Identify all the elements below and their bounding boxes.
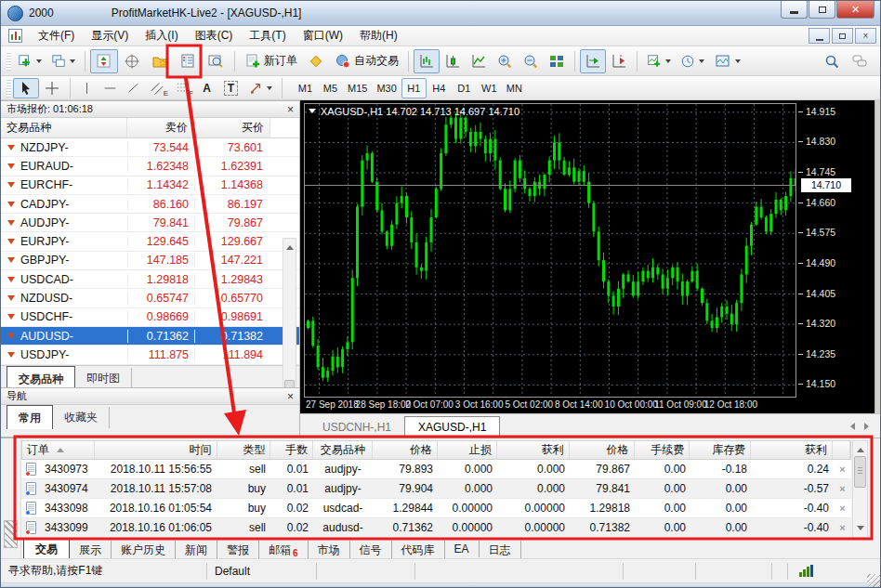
orders-column-9[interactable]: 手续费 bbox=[635, 441, 690, 459]
market-watch-row[interactable]: USDCHF-0.986690.98691 bbox=[1, 308, 299, 327]
timeframe-h4[interactable]: H4 bbox=[427, 78, 452, 98]
terminal-tab-5[interactable]: 邮箱6 bbox=[259, 541, 309, 560]
terminal-tab-3[interactable]: 新闻 bbox=[176, 541, 217, 560]
orders-column-0[interactable]: 订单 bbox=[22, 441, 95, 459]
auto-scroll-button[interactable] bbox=[580, 49, 606, 73]
terminal-tab-8[interactable]: 代码库 bbox=[392, 541, 445, 560]
market-watch-row[interactable]: EURJPY-129.645129.667 bbox=[1, 232, 299, 251]
tile-windows-button[interactable] bbox=[544, 49, 570, 73]
navigator-button[interactable] bbox=[146, 49, 174, 73]
market-watch-row[interactable]: USDCAD-1.298181.29843 bbox=[1, 270, 299, 289]
close-button[interactable]: ✕ bbox=[836, 1, 874, 19]
text-tool-button[interactable]: A bbox=[195, 78, 218, 98]
chart-price-scale[interactable]: 14.91514.83014.74514.66014.57514.49014.4… bbox=[798, 100, 874, 398]
scroll-right-icon[interactable] bbox=[864, 423, 873, 430]
terminal-button[interactable] bbox=[174, 49, 202, 73]
market-watch-toggle-button[interactable] bbox=[90, 49, 118, 73]
data-window-button[interactable] bbox=[118, 49, 146, 73]
timeframe-m15[interactable]: M15 bbox=[343, 78, 372, 98]
chart-menu-icon[interactable] bbox=[309, 109, 316, 117]
trendline-tool-button[interactable] bbox=[122, 78, 145, 98]
navigator-tab-1[interactable]: 收藏夹 bbox=[53, 407, 110, 428]
terminal-tab-6[interactable]: 市场 bbox=[309, 541, 350, 560]
market-watch-row[interactable]: AUDJPY-79.84179.867 bbox=[1, 214, 299, 232]
market-watch-title-bar[interactable]: 市场报价: 01:06:18 × bbox=[1, 101, 299, 118]
menu-item-6[interactable]: 帮助(H) bbox=[351, 25, 406, 46]
orders-column-11[interactable]: 获利 bbox=[751, 441, 833, 459]
orders-column-5[interactable]: 价格 bbox=[373, 441, 438, 459]
search-button[interactable] bbox=[819, 49, 845, 73]
orders-column-10[interactable]: 库存费 bbox=[690, 441, 751, 459]
terminal-grip[interactable] bbox=[1, 438, 21, 559]
terminal-tab-4[interactable]: 警报 bbox=[217, 541, 259, 560]
autotrading-button[interactable]: 自动交易 bbox=[330, 49, 403, 73]
child-restore-button[interactable] bbox=[832, 28, 853, 44]
column-bid[interactable]: 卖价 bbox=[127, 118, 194, 137]
menu-item-1[interactable]: 显示(V) bbox=[83, 25, 137, 46]
orders-column-2[interactable]: 类型 bbox=[217, 441, 271, 459]
timeframe-d1[interactable]: D1 bbox=[452, 78, 477, 98]
market-watch-row[interactable]: GBPJPY-147.185147.221 bbox=[1, 252, 299, 270]
channel-tool-button[interactable]: E bbox=[145, 78, 170, 98]
new-chart-button[interactable] bbox=[13, 49, 46, 73]
market-watch-row[interactable]: EURCHF-1.143421.14368 bbox=[1, 176, 299, 195]
line-chart-button[interactable] bbox=[466, 49, 492, 73]
timeframe-w1[interactable]: W1 bbox=[477, 78, 502, 98]
terminal-tab-10[interactable]: 日志 bbox=[480, 541, 521, 560]
timeframe-mn[interactable]: MN bbox=[502, 78, 527, 98]
terminal-tab-0[interactable]: 交易 bbox=[23, 539, 70, 560]
orders-column-7[interactable]: 获利 bbox=[497, 441, 570, 459]
menu-item-5[interactable]: 窗口(W) bbox=[295, 25, 351, 46]
navigator-tab-0[interactable]: 常用 bbox=[7, 405, 53, 429]
column-symbol[interactable]: 交易品种 bbox=[1, 118, 127, 137]
templates-button[interactable] bbox=[709, 49, 746, 73]
market-watch-row[interactable]: NZDJPY-73.54473.601 bbox=[1, 138, 299, 157]
orders-column-3[interactable]: 手数 bbox=[270, 441, 313, 459]
order-row[interactable]: 34309732018.10.11 15:56:55sell0.01audjpy… bbox=[21, 460, 851, 479]
close-order-icon[interactable]: × bbox=[839, 464, 845, 475]
chart-tab-1[interactable]: XAGUSD-,H1 bbox=[404, 416, 500, 438]
order-row[interactable]: 34330982018.10.16 01:05:54buy0.02usdcad-… bbox=[21, 499, 851, 518]
chart-shift-button[interactable] bbox=[606, 49, 632, 73]
resize-grip[interactable] bbox=[867, 574, 880, 587]
chat-button[interactable] bbox=[845, 49, 874, 73]
restore-button[interactable] bbox=[809, 1, 835, 19]
orders-column-8[interactable]: 价格 bbox=[570, 441, 635, 459]
menu-item-4[interactable]: 工具(T) bbox=[241, 25, 294, 46]
chart-plot-svg[interactable] bbox=[304, 103, 796, 398]
menu-item-3[interactable]: 图表(C) bbox=[187, 25, 242, 46]
order-row[interactable]: 34309742018.10.11 15:57:08buy0.01audjpy-… bbox=[21, 479, 851, 499]
market-watch-tab-1[interactable]: 即时图 bbox=[75, 368, 132, 389]
text-label-tool-button[interactable]: T bbox=[218, 78, 243, 98]
market-watch-row[interactable]: CADJPY-86.16086.197 bbox=[1, 195, 299, 214]
child-close-button[interactable]: × bbox=[855, 28, 876, 44]
market-watch-row[interactable]: AUDUSD-0.713620.71382 bbox=[1, 327, 299, 346]
navigator-title-bar[interactable]: 导航 × bbox=[1, 388, 299, 405]
market-watch-row[interactable]: USDJPY-111.875111.894 bbox=[1, 346, 299, 364]
terminal-tab-1[interactable]: 展示 bbox=[70, 541, 112, 560]
menu-item-0[interactable]: 文件(F) bbox=[30, 25, 83, 46]
close-order-icon[interactable]: × bbox=[839, 522, 845, 533]
close-icon[interactable]: × bbox=[287, 105, 294, 114]
fibonacci-tool-button[interactable]: F bbox=[170, 78, 195, 98]
order-close-icon[interactable]: × bbox=[834, 503, 851, 514]
periods-button[interactable] bbox=[676, 49, 709, 73]
close-order-icon[interactable]: × bbox=[839, 483, 845, 494]
terminal-tab-7[interactable]: 信号 bbox=[350, 541, 392, 560]
zoom-in-button[interactable] bbox=[492, 49, 518, 73]
chart-window-icon[interactable] bbox=[8, 29, 22, 43]
close-icon[interactable]: × bbox=[287, 392, 294, 401]
terminal-drag-handle[interactable] bbox=[4, 520, 18, 548]
order-close-icon[interactable]: × bbox=[834, 483, 851, 494]
timeframe-m5[interactable]: M5 bbox=[318, 78, 343, 98]
orders-column-6[interactable]: 止损 bbox=[438, 441, 497, 459]
close-order-icon[interactable]: × bbox=[839, 503, 845, 514]
cursor-tool-button[interactable] bbox=[13, 78, 39, 98]
vertical-line-tool-button[interactable] bbox=[75, 78, 99, 98]
crosshair-tool-button[interactable] bbox=[39, 78, 65, 98]
order-close-icon[interactable]: × bbox=[834, 522, 851, 533]
horizontal-line-tool-button[interactable] bbox=[99, 78, 122, 98]
orders-column-4[interactable]: 交易品种 bbox=[313, 441, 373, 459]
terminal-tab-2[interactable]: 账户历史 bbox=[112, 541, 176, 560]
profiles-button[interactable] bbox=[46, 49, 80, 73]
